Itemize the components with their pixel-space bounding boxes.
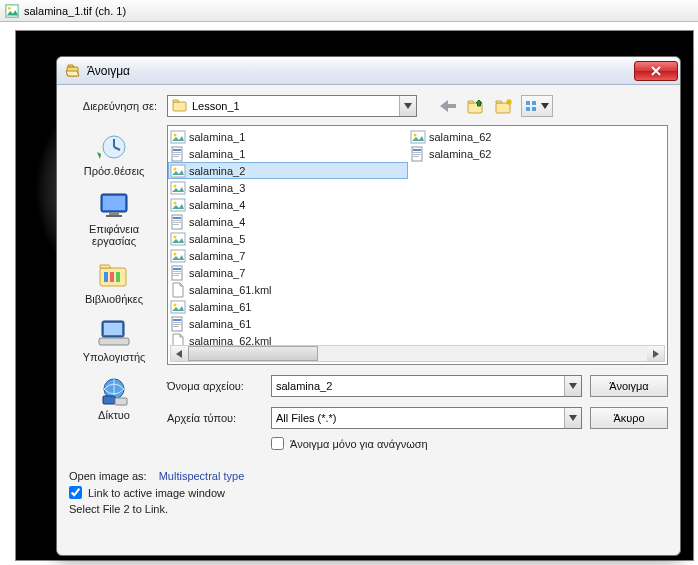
svg-rect-24 <box>104 323 122 335</box>
file-name: salamina_1 <box>189 131 245 143</box>
svg-rect-13 <box>532 107 536 111</box>
svg-rect-20 <box>104 272 108 282</box>
recent-icon <box>96 131 132 163</box>
file-row[interactable]: salamina_61 <box>168 298 408 315</box>
file-row[interactable]: salamina_1 <box>168 128 408 145</box>
lookin-input[interactable] <box>192 96 399 116</box>
svg-rect-63 <box>411 131 425 143</box>
header-file-icon <box>170 316 186 332</box>
file-row[interactable]: salamina_61.kml <box>168 281 408 298</box>
svg-rect-21 <box>110 272 114 282</box>
file-row[interactable]: salamina_7 <box>168 264 408 281</box>
computer-icon <box>96 317 132 349</box>
places-bar: Πρόσ.θέσεις Επιφάνεια εργασίας Βιβλιοθήκ… <box>69 125 159 450</box>
image-file-icon <box>4 3 20 19</box>
svg-rect-17 <box>109 212 119 215</box>
svg-point-37 <box>174 167 177 170</box>
svg-rect-3 <box>173 102 186 111</box>
filetype-input[interactable] <box>272 408 564 428</box>
horizontal-scrollbar[interactable] <box>170 345 665 362</box>
file-row[interactable]: salamina_4 <box>168 196 408 213</box>
svg-point-39 <box>174 184 177 187</box>
lookin-combo[interactable] <box>167 95 417 117</box>
new-folder-button[interactable] <box>493 95 515 117</box>
file-list[interactable]: salamina_1salamina_1salamina_2salamina_3… <box>167 125 668 365</box>
svg-rect-5 <box>496 103 510 113</box>
document-file-icon <box>170 282 186 298</box>
filename-row: Όνομα αρχείου: Άνοιγμα <box>167 375 668 397</box>
lookin-label: Διερεύνηση σε: <box>69 100 161 112</box>
filetype-combo[interactable] <box>271 407 582 429</box>
place-label: Βιβλιοθήκες <box>85 293 143 305</box>
dialog-titlebar[interactable]: Άνοιγμα <box>57 57 680 85</box>
scroll-track[interactable] <box>188 346 647 361</box>
svg-point-30 <box>174 133 177 136</box>
close-button[interactable] <box>634 61 678 81</box>
view-menu-button[interactable] <box>521 95 553 117</box>
filetype-label: Αρχεία τύπου: <box>167 412 263 424</box>
selectfile-row: Select File 2 to Link. <box>69 503 668 515</box>
lookin-dropdown-button[interactable] <box>399 96 416 116</box>
file-row[interactable]: salamina_61 <box>168 315 408 332</box>
openas-value[interactable]: Multispectral type <box>159 470 245 482</box>
open-button[interactable]: Άνοιγμα <box>590 375 668 397</box>
svg-rect-25 <box>99 338 129 345</box>
filetype-dropdown-button[interactable] <box>564 408 581 428</box>
svg-rect-54 <box>173 273 181 274</box>
dialog-title: Άνοιγμα <box>87 64 130 78</box>
file-row[interactable]: salamina_7 <box>168 247 408 264</box>
readonly-checkbox[interactable] <box>271 437 284 450</box>
svg-rect-10 <box>526 101 530 105</box>
svg-point-64 <box>414 133 417 136</box>
svg-point-50 <box>174 252 177 255</box>
up-one-level-button[interactable] <box>465 95 487 117</box>
filename-dropdown-button[interactable] <box>564 376 581 396</box>
file-row[interactable]: salamina_2 <box>168 162 408 179</box>
svg-rect-60 <box>173 322 181 323</box>
cancel-button[interactable]: Άκυρο <box>590 407 668 429</box>
image-file-icon <box>170 180 186 196</box>
file-area: salamina_1salamina_1salamina_2salamina_3… <box>167 125 668 450</box>
svg-rect-55 <box>173 275 179 276</box>
place-network[interactable]: Δίκτυο <box>72 371 156 427</box>
lookin-row: Διερεύνηση σε: <box>69 95 668 117</box>
scroll-left-button[interactable] <box>171 346 188 361</box>
file-row[interactable]: salamina_62 <box>408 145 648 162</box>
file-row[interactable]: salamina_5 <box>168 230 408 247</box>
svg-rect-28 <box>115 398 127 405</box>
place-libraries[interactable]: Βιβλιοθήκες <box>72 255 156 311</box>
file-name: salamina_7 <box>189 267 245 279</box>
svg-rect-27 <box>103 396 115 404</box>
bottom-panel: Open image as: Multispectral type Link t… <box>69 470 668 515</box>
place-recent[interactable]: Πρόσ.θέσεις <box>72 127 156 183</box>
place-desktop[interactable]: Επιφάνεια εργασίας <box>72 185 156 253</box>
scroll-thumb[interactable] <box>188 346 318 361</box>
back-button[interactable] <box>437 95 459 117</box>
desktop-icon <box>96 189 132 221</box>
filename-input[interactable] <box>272 376 564 396</box>
file-row[interactable]: salamina_4 <box>168 213 408 230</box>
place-label: Υπολογιστής <box>83 351 146 363</box>
filename-combo[interactable] <box>271 375 582 397</box>
svg-rect-38 <box>171 182 185 194</box>
svg-rect-46 <box>173 224 179 225</box>
file-row[interactable]: salamina_1 <box>168 145 408 162</box>
header-file-icon <box>170 265 186 281</box>
file-row[interactable]: salamina_62 <box>408 128 648 145</box>
svg-rect-34 <box>173 154 181 155</box>
svg-rect-69 <box>413 156 419 157</box>
file-row[interactable]: salamina_3 <box>168 179 408 196</box>
scroll-right-button[interactable] <box>647 346 664 361</box>
svg-rect-40 <box>171 199 185 211</box>
place-label: Πρόσ.θέσεις <box>84 165 145 177</box>
link-checkbox[interactable] <box>69 486 82 499</box>
file-name: salamina_7 <box>189 250 245 262</box>
image-file-icon <box>170 299 186 315</box>
svg-rect-29 <box>171 131 185 143</box>
svg-rect-68 <box>413 154 421 155</box>
svg-point-41 <box>174 201 177 204</box>
header-file-icon <box>170 146 186 162</box>
dialog-body: Διερεύνηση σε: <box>57 85 680 555</box>
place-computer[interactable]: Υπολογιστής <box>72 313 156 369</box>
svg-rect-66 <box>413 149 421 151</box>
